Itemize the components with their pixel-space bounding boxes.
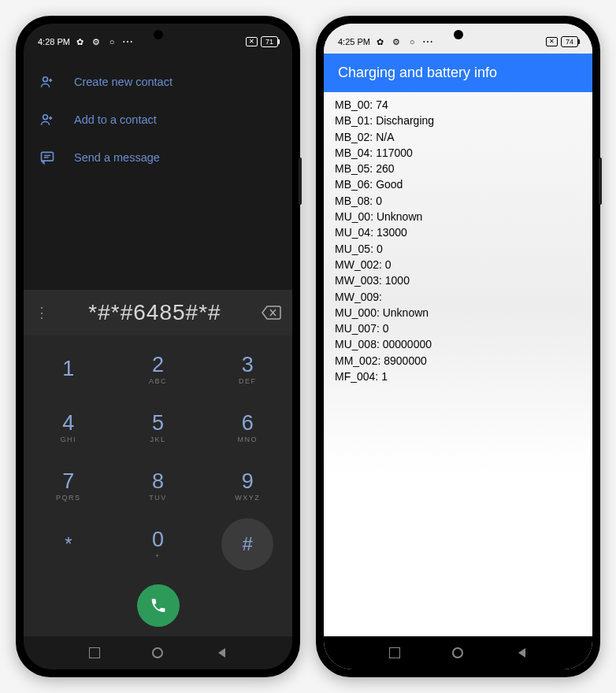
more-icon [122,36,133,47]
info-row: MB_02: N/A [335,129,581,145]
info-row: MU_007: 0 [335,321,581,336]
dialer-input-row: ⋮ *#*#6485#*# [24,290,292,335]
info-row: MU_04: 13000 [335,224,581,240]
svg-rect-5 [389,647,400,658]
nav-back[interactable] [512,643,531,662]
info-row: MB_08: 0 [335,193,581,209]
info-row: MU_00: Unknown [335,209,581,224]
camera-notch [454,30,463,39]
info-row: MW_009: [335,289,581,305]
key-1[interactable]: 1 [24,340,113,398]
person-add-icon [39,112,55,128]
settings-icon: ✿ [375,36,386,47]
nav-recents[interactable] [85,643,104,662]
status-right: ✕ 74 [546,36,578,47]
svg-rect-2 [42,152,54,161]
info-row: MU_000: Unknown [335,305,581,321]
phone-icon [150,597,167,614]
screen-battery-info: 4:25 PM ✿ ⚙ ○ ✕ 74 Charging and battery … [324,24,592,669]
key-9[interactable]: 9WXYZ [202,457,292,515]
menu-label: Send a message [74,151,160,164]
nav-back[interactable] [212,643,231,662]
info-row: MB_00: 74 [335,97,581,113]
key-4[interactable]: 4GHI [24,398,113,457]
nav-recents[interactable] [385,643,404,662]
nav-home[interactable] [448,643,467,662]
key-7[interactable]: 7PQRS [24,457,113,515]
call-row [24,575,292,636]
menu-create-contact[interactable]: Create new contact [24,63,292,101]
key-5[interactable]: 5JKL [113,398,203,457]
more-icon [422,36,433,47]
battery-info-list[interactable]: MB_00: 74MB_01: DischargingMB_02: N/AMB_… [324,92,592,636]
svg-point-0 [43,77,48,82]
svg-rect-3 [89,647,100,658]
menu-send-message[interactable]: Send a message [24,139,292,176]
phone-frame-right: 4:25 PM ✿ ⚙ ○ ✕ 74 Charging and battery … [316,16,600,677]
backspace-button[interactable] [261,305,281,321]
info-row: MM_002: 8900000 [335,353,581,369]
camera-notch [154,30,163,39]
settings-icon: ✿ [75,36,86,47]
info-row: MF_004: 1 [335,369,581,384]
svg-point-1 [43,115,48,120]
info-row: MB_01: Discharging [335,113,581,128]
message-icon [39,150,55,165]
key-0[interactable]: 0+ [113,515,203,573]
phone-frame-left: 4:28 PM ✿ ⚙ ○ ✕ 71 Create new contact Ad… [16,16,300,677]
page-title: Charging and battery info [324,54,592,92]
battery-indicator: 74 [561,36,578,47]
person-add-icon [39,74,55,90]
battery-indicator: 71 [261,36,278,47]
info-row: MB_06: Good [335,176,581,192]
dialer-spacer [24,186,292,290]
suggestions-list: Create new contact Add to a contact Send… [24,54,292,186]
svg-point-6 [453,648,462,658]
info-row: MW_002: 0 [335,257,581,272]
keypad: 1 2ABC 3DEF 4GHI 5JKL 6MNO 7PQRS 8TUV 9W… [24,335,292,575]
info-row: MU_05: 0 [335,241,581,257]
nav-bar [324,636,592,669]
dialed-number: *#*#6485#*# [55,300,254,325]
signal-icon: ✕ [246,37,258,46]
status-right: ✕ 71 [246,36,278,47]
menu-add-contact[interactable]: Add to a contact [24,101,292,139]
call-button[interactable] [137,584,180,627]
nav-home[interactable] [148,643,167,662]
status-time: 4:25 PM [338,37,370,46]
gear-icon: ⚙ [91,36,102,47]
menu-label: Add to a contact [74,113,157,126]
status-left: 4:25 PM ✿ ⚙ ○ [338,36,433,47]
key-star[interactable]: * [24,515,113,573]
signal-icon: ✕ [546,37,558,46]
key-hash[interactable]: # [202,515,292,573]
circle-icon: ○ [106,36,117,47]
key-3[interactable]: 3DEF [202,340,292,398]
info-row: MB_04: 117000 [335,145,581,161]
gear-icon: ⚙ [391,36,402,47]
info-row: MB_05: 260 [335,161,581,176]
dialer-more-button[interactable]: ⋮ [35,304,49,321]
status-time: 4:28 PM [38,37,70,46]
key-8[interactable]: 8TUV [113,457,203,515]
circle-icon: ○ [406,36,417,47]
status-left: 4:28 PM ✿ ⚙ ○ [38,36,133,47]
info-row: MW_003: 1000 [335,272,581,288]
svg-point-4 [153,648,162,658]
info-row: MU_008: 00000000 [335,336,581,352]
menu-label: Create new contact [74,76,173,88]
key-2[interactable]: 2ABC [113,340,203,398]
nav-bar [24,636,292,669]
key-6[interactable]: 6MNO [202,398,292,457]
screen-dialer: 4:28 PM ✿ ⚙ ○ ✕ 71 Create new contact Ad… [24,24,292,669]
